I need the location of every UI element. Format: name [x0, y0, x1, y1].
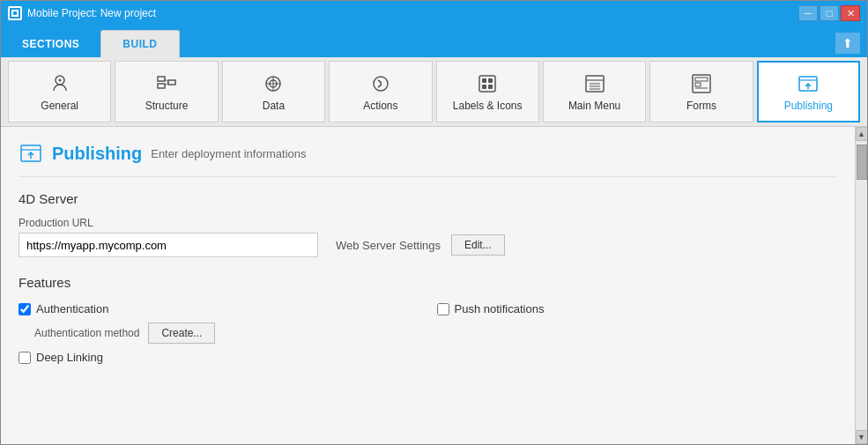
- features-title: Features: [19, 275, 837, 290]
- icon-label-forms: Forms: [686, 100, 716, 112]
- minimize-button[interactable]: ─: [798, 5, 818, 21]
- page-subtitle: Enter deployment informations: [151, 147, 306, 160]
- window-title: Mobile Project: New project: [27, 7, 156, 19]
- web-server-settings-row: Web Server Settings Edit...: [336, 234, 505, 256]
- auth-method-label: Authentication method: [34, 327, 139, 339]
- icon-item-data[interactable]: Data: [222, 61, 325, 122]
- icon-label-publishing: Publishing: [784, 100, 833, 112]
- window-controls: ─ □ ✕: [798, 5, 860, 21]
- svg-rect-27: [695, 83, 701, 86]
- icon-item-main-menu[interactable]: Main Menu: [543, 61, 646, 122]
- icon-item-publishing[interactable]: Publishing: [757, 61, 860, 122]
- icon-item-labels-icons[interactable]: Labels & Icons: [436, 61, 539, 122]
- deep-linking-checkbox[interactable]: [19, 352, 31, 364]
- web-server-label: Web Server Settings: [336, 239, 441, 252]
- icon-label-actions: Actions: [363, 100, 397, 112]
- server-section-title: 4D Server: [19, 191, 837, 206]
- main-content: Publishing Enter deployment informations…: [1, 127, 855, 444]
- scroll-up-arrow[interactable]: ▲: [856, 127, 868, 141]
- app-icon: [8, 6, 22, 20]
- upload-button[interactable]: ⬆: [835, 33, 860, 54]
- tab-build[interactable]: BUILD: [100, 30, 179, 57]
- svg-rect-2: [13, 11, 17, 15]
- close-button[interactable]: ✕: [841, 5, 860, 21]
- features-left: Authentication Authentication method Cre…: [19, 302, 419, 371]
- scroll-down-arrow[interactable]: ▼: [856, 430, 868, 444]
- scroll-thumb[interactable]: [857, 145, 867, 180]
- tab-sections[interactable]: SECTIONS: [1, 31, 100, 57]
- icon-label-general: General: [41, 100, 78, 112]
- icon-item-structure[interactable]: Structure: [115, 61, 218, 122]
- server-section: 4D Server Production URL Web Server Sett…: [19, 191, 837, 257]
- svg-rect-19: [488, 85, 493, 89]
- deep-linking-row: Deep Linking: [19, 351, 419, 364]
- deep-linking-label[interactable]: Deep Linking: [36, 351, 103, 364]
- svg-rect-5: [158, 77, 165, 81]
- authentication-label[interactable]: Authentication: [36, 302, 108, 315]
- icon-item-general[interactable]: General: [8, 61, 111, 122]
- svg-rect-18: [482, 85, 486, 89]
- maximize-button[interactable]: □: [820, 5, 839, 21]
- production-url-row: Web Server Settings Edit...: [19, 233, 837, 257]
- svg-rect-15: [479, 76, 495, 92]
- svg-rect-7: [168, 80, 175, 85]
- tabs-bar: SECTIONS BUILD ⬆: [1, 26, 867, 57]
- production-url-input[interactable]: [19, 233, 318, 257]
- push-notifications-label[interactable]: Push notifications: [455, 302, 545, 315]
- features-right: Push notifications: [437, 302, 838, 371]
- icon-label-labels-icons: Labels & Icons: [453, 100, 523, 112]
- authentication-checkbox[interactable]: [19, 303, 31, 315]
- features-columns: Authentication Authentication method Cre…: [19, 302, 837, 371]
- content-area: Publishing Enter deployment informations…: [1, 127, 867, 444]
- page-header: Publishing Enter deployment informations: [19, 141, 837, 177]
- auth-method-row: Authentication method Create...: [34, 323, 419, 344]
- push-notifications-row: Push notifications: [437, 302, 838, 315]
- title-bar: Mobile Project: New project ─ □ ✕: [1, 1, 867, 26]
- authentication-row: Authentication: [19, 302, 419, 315]
- svg-rect-26: [695, 78, 708, 81]
- svg-rect-17: [488, 78, 493, 83]
- icon-item-actions[interactable]: Actions: [329, 61, 432, 122]
- icon-label-main-menu: Main Menu: [568, 100, 620, 112]
- production-url-label: Production URL: [19, 217, 837, 229]
- edit-button[interactable]: Edit...: [451, 234, 505, 256]
- create-button[interactable]: Create...: [148, 323, 215, 344]
- scroll-track: [856, 141, 867, 430]
- publishing-header-icon: [19, 141, 43, 166]
- app-window: Mobile Project: New project ─ □ ✕ SECTIO…: [0, 0, 868, 445]
- icon-label-structure: Structure: [145, 100, 189, 112]
- section-icon-grid: General Structure Data: [1, 57, 867, 127]
- svg-rect-16: [482, 78, 486, 83]
- icon-label-data: Data: [263, 100, 285, 112]
- features-section: Features Authentication Authentication m…: [19, 275, 837, 371]
- scrollbar: ▲ ▼: [855, 127, 867, 444]
- svg-point-4: [58, 79, 61, 82]
- icon-item-forms[interactable]: Forms: [649, 61, 753, 122]
- svg-rect-6: [158, 84, 165, 88]
- push-notifications-checkbox[interactable]: [437, 303, 449, 315]
- page-title: Publishing: [52, 144, 142, 164]
